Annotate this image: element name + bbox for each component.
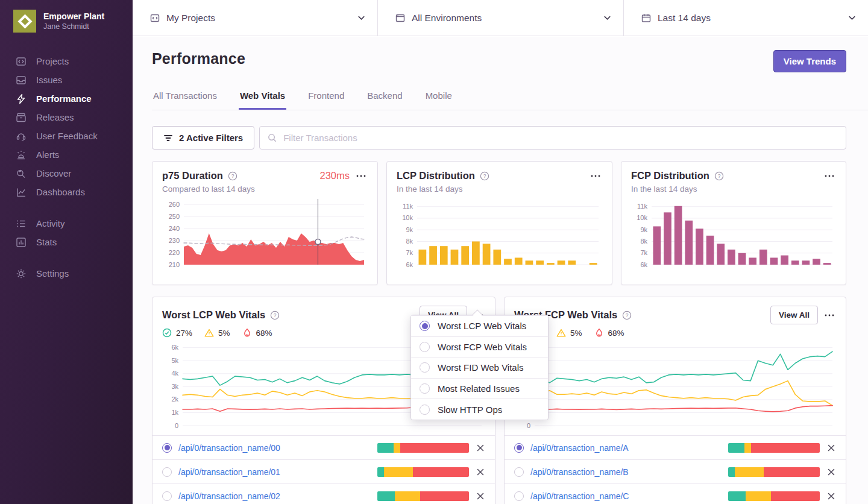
svg-text:9k: 9k [640,226,647,233]
close-icon[interactable] [476,467,485,477]
view-all-button[interactable]: View All [770,306,818,324]
sidebar-item-stats[interactable]: Stats [0,233,133,251]
search-input[interactable] [283,133,838,143]
lcp-distribution-chart: 6k7k8k9k10k11k [397,197,602,273]
transaction-radio[interactable] [162,443,172,453]
menu-radio[interactable] [420,321,430,331]
worst-fcp-card: Worst FCP Web Vitals ? View All 27% 5% 6… [504,297,846,504]
project-icon [149,13,160,24]
transaction-link[interactable]: /api/0/transaction_name/A [530,443,629,453]
view-trends-button[interactable]: View Trends [773,50,846,72]
menu-item-worst-fid[interactable]: Worst FID Web Vitals [411,357,548,378]
transaction-link[interactable]: /api/0/transaction_name/00 [178,443,280,453]
table-row: /api/0/transaction_name/C [505,484,846,504]
sidebar-item-alerts[interactable]: Alerts [0,145,133,164]
transaction-link[interactable]: /api/0/transaction_name/01 [178,467,280,477]
svg-text:5k: 5k [171,357,178,364]
tab-all-transactions[interactable]: All Transactions [152,86,218,110]
card-title: FCP Distribution [631,170,709,181]
date-range-selector[interactable]: Last 14 days [624,0,868,36]
menu-radio[interactable] [420,383,430,394]
close-icon[interactable] [826,443,836,453]
svg-text:230: 230 [169,237,180,244]
p75-duration-card: p75 Duration ? 230ms Compared to last 14… [152,161,378,285]
question-icon[interactable]: ? [270,310,280,320]
svg-text:8k: 8k [640,238,647,245]
sidebar-item-projects[interactable]: Projects [0,52,133,71]
menu-item-worst-fcp[interactable]: Worst FCP Web Vitals [411,336,548,358]
environment-icon [395,13,406,24]
transaction-link[interactable]: /api/0/transaction_name/B [530,467,629,477]
tab-bar: All Transactions Web Vitals Frontend Bac… [152,86,868,110]
card-subtitle: Compared to last 14 days [162,184,368,194]
close-icon[interactable] [826,491,836,501]
question-icon[interactable]: ? [480,171,489,181]
sidebar-item-activity[interactable]: Activity [0,214,133,233]
worst-fcp-chart: 01k2k3k4k5k6k [514,338,836,434]
issues-icon [16,75,27,86]
p75-value: 230ms [319,170,350,181]
vitals-breakdown-bar [728,467,820,477]
tab-mobile[interactable]: Mobile [424,86,453,110]
menu-radio[interactable] [420,342,430,352]
question-icon[interactable]: ? [228,171,237,181]
svg-text:250: 250 [169,213,180,220]
activity-icon [16,218,27,229]
close-icon[interactable] [476,443,485,453]
warning-triangle-icon [556,328,566,338]
sidebar-item-releases[interactable]: Releases [0,108,133,127]
ellipsis-menu-icon[interactable] [823,173,836,179]
chevron-down-icon [602,13,612,23]
sidebar-item-user-feedback[interactable]: User Feedback [0,127,133,145]
sidebar-item-performance[interactable]: Performance [0,89,133,108]
fire-icon [594,328,604,338]
svg-text:?: ? [231,173,234,179]
transaction-radio[interactable] [514,491,524,501]
menu-radio[interactable] [420,362,430,373]
menu-item-worst-lcp[interactable]: Worst LCP Web Vitals [411,315,548,336]
environment-selector[interactable]: All Environments [378,0,624,36]
transaction-link[interactable]: /api/0/transaction_name/02 [178,491,280,501]
transaction-radio[interactable] [162,491,172,501]
alerts-icon [16,150,27,160]
svg-text:10k: 10k [402,214,413,221]
sidebar-item-settings[interactable]: Settings [0,264,133,283]
ellipsis-menu-icon[interactable] [589,173,602,179]
transaction-radio[interactable] [514,443,524,453]
question-icon[interactable]: ? [622,310,632,320]
card-title: p75 Duration [162,170,223,181]
dashboards-icon [16,187,27,198]
sidebar-item-dashboards[interactable]: Dashboards [0,183,133,201]
org-user: Jane Schmidt [43,22,104,31]
sidebar-item-issues[interactable]: Issues [0,71,133,89]
ellipsis-menu-icon[interactable] [823,312,836,318]
menu-item-slow-http-ops[interactable]: Slow HTTP Ops [411,398,548,420]
transaction-radio[interactable] [514,467,524,477]
close-icon[interactable] [826,467,836,477]
card-title: LCP Distribution [397,170,475,181]
svg-text:?: ? [717,173,720,179]
card-context-menu: Worst LCP Web Vitals Worst FCP Web Vital… [410,315,549,420]
project-selector[interactable]: My Projects [133,0,378,36]
tab-web-vitals[interactable]: Web Vitals [239,86,286,110]
svg-text:11k: 11k [637,203,647,210]
menu-radio[interactable] [420,405,430,415]
svg-text:?: ? [274,312,277,318]
menu-item-most-related-issues[interactable]: Most Related Issues [411,378,548,399]
tab-frontend[interactable]: Frontend [307,86,345,110]
svg-text:6k: 6k [640,261,647,268]
question-icon[interactable]: ? [714,171,724,181]
search-icon [267,133,277,143]
transaction-link[interactable]: /api/0/transaction_name/C [530,491,629,501]
table-row: /api/0/transaction_name/02 [153,484,495,504]
sidebar: Empower Plant Jane Schmidt Projects Issu… [0,0,133,504]
tab-backend[interactable]: Backend [366,86,403,110]
org-switcher[interactable]: Empower Plant Jane Schmidt [0,0,133,39]
svg-text:6k: 6k [406,261,413,268]
active-filters-button[interactable]: 2 Active Filters [152,126,254,150]
close-icon[interactable] [476,491,485,501]
sidebar-item-discover[interactable]: Discover [0,164,133,183]
ellipsis-menu-icon[interactable] [354,173,368,179]
org-logo [13,10,36,33]
transaction-radio[interactable] [162,467,172,477]
